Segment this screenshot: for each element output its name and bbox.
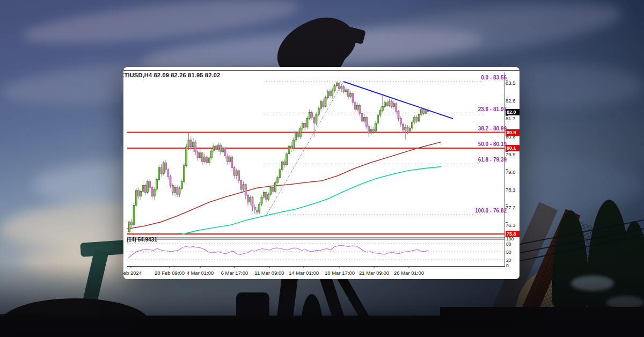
- level-price-tag: 75.8: [506, 231, 519, 237]
- bull-candle: [293, 140, 295, 149]
- bear-candle: [359, 106, 361, 114]
- bull-candle: [425, 111, 427, 113]
- bull-candle: [409, 128, 411, 131]
- time-axis-label: 18 Mar 17:00: [320, 270, 359, 276]
- bear-candle: [177, 187, 178, 194]
- rsi-scale-label: 80: [506, 241, 519, 247]
- price-axis-tick: 78.1: [506, 187, 519, 193]
- bull-candle: [211, 151, 213, 158]
- bear-candle: [231, 157, 233, 167]
- bull-candle: [179, 188, 180, 194]
- bull-candle: [414, 118, 415, 122]
- bull-candle: [184, 166, 185, 181]
- rsi-scale-label: 50: [506, 250, 519, 255]
- moving-average-slow: [127, 142, 441, 229]
- price-axis-tick: 79.9: [506, 151, 519, 157]
- bull-candle: [370, 129, 372, 133]
- bear-candle: [254, 207, 255, 210]
- bull-candle: [325, 98, 326, 107]
- bull-candle: [302, 123, 304, 128]
- bear-candle: [252, 197, 253, 207]
- bear-candle: [245, 185, 246, 195]
- bear-candle: [165, 163, 167, 170]
- bull-candle: [140, 192, 142, 196]
- bear-candle: [339, 83, 340, 89]
- bull-candle: [316, 114, 317, 123]
- bull-candle: [222, 148, 224, 152]
- bear-candle: [416, 118, 418, 121]
- bull-candle: [133, 205, 135, 225]
- bear-candle: [407, 127, 408, 131]
- bull-candle: [379, 111, 381, 115]
- time-axis-label: Feb 2024: [123, 270, 150, 276]
- bear-candle: [190, 140, 192, 147]
- rsi-scale-label: 0: [506, 263, 519, 268]
- bull-candle: [286, 154, 288, 165]
- bull-candle: [259, 204, 260, 213]
- bull-candle: [281, 162, 283, 170]
- bull-candle: [279, 170, 281, 178]
- bull-candle: [327, 92, 328, 98]
- bull-candle: [158, 167, 160, 179]
- social-card: XTIUSD,H4 82.09 82.26 81.95 82.02 (14) 5…: [0, 0, 644, 337]
- price-axis-tick: 81.7: [506, 115, 519, 121]
- bear-candle: [195, 142, 196, 152]
- bull-candle: [318, 108, 319, 114]
- chart-top-border: [123, 70, 519, 71]
- bear-candle: [238, 171, 240, 180]
- bear-candle: [151, 187, 153, 196]
- bull-candle: [243, 185, 244, 189]
- bear-candle: [304, 123, 306, 127]
- chart-window: XTIUSD,H4 82.09 82.26 81.95 82.02 (14) 5…: [123, 67, 519, 279]
- bear-candle: [202, 153, 203, 162]
- bear-candle: [361, 113, 363, 121]
- bull-candle: [174, 187, 176, 192]
- bear-candle: [233, 167, 235, 175]
- bear-candle: [297, 132, 299, 137]
- bear-candle: [197, 152, 199, 158]
- bull-candle: [412, 122, 413, 128]
- bull-candle: [229, 157, 231, 162]
- bull-candle: [142, 186, 144, 192]
- bull-candle: [153, 189, 155, 196]
- bull-candle: [345, 90, 347, 92]
- bull-candle: [299, 128, 301, 137]
- bear-candle: [372, 129, 374, 131]
- time-axis-label: 6 Mar 17:00: [215, 270, 254, 276]
- price-axis-tick: 79.0: [506, 169, 519, 175]
- bull-candle: [268, 194, 269, 199]
- bull-candle: [129, 222, 130, 232]
- bull-candle: [193, 142, 194, 147]
- chart-plot[interactable]: [127, 72, 505, 269]
- level-price-tag: 80.9: [506, 129, 519, 136]
- bull-candle: [295, 132, 297, 140]
- bull-candle: [418, 114, 420, 121]
- bull-candle: [204, 157, 206, 162]
- bull-candle: [357, 106, 358, 109]
- time-axis-label: 26 Mar 01:00: [390, 270, 428, 276]
- bear-candle: [266, 192, 267, 199]
- bear-candle: [398, 112, 399, 119]
- bear-candle: [386, 102, 388, 106]
- bull-candle: [217, 145, 219, 150]
- bear-candle: [170, 177, 171, 186]
- bear-candle: [240, 180, 242, 189]
- bear-candle: [391, 101, 392, 106]
- bear-candle: [330, 92, 331, 96]
- bull-candle: [382, 106, 383, 110]
- bear-candle: [400, 118, 401, 124]
- bear-candle: [144, 186, 146, 193]
- bull-candle: [208, 158, 210, 163]
- bear-candle: [215, 146, 217, 150]
- bear-candle: [354, 102, 356, 109]
- bull-candle: [384, 102, 386, 106]
- bull-candle: [375, 123, 377, 131]
- bear-candle: [343, 87, 345, 92]
- bear-candle: [167, 170, 169, 177]
- bull-candle: [332, 91, 333, 96]
- bull-candle: [306, 118, 308, 127]
- bear-candle: [311, 112, 313, 117]
- bear-candle: [138, 191, 140, 196]
- bear-candle: [160, 167, 162, 173]
- bear-candle: [313, 118, 315, 123]
